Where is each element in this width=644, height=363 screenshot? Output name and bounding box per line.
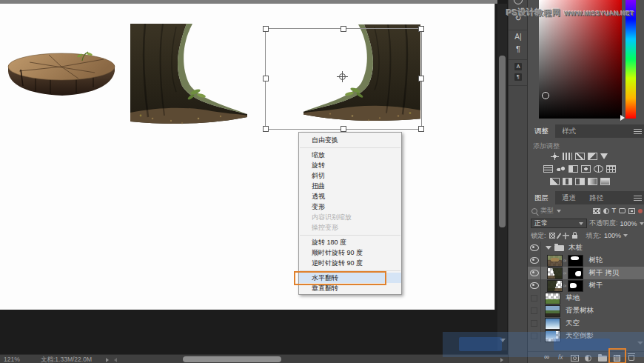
filter-toggle-icon[interactable] (638, 209, 643, 213)
layer-mask-thumbnail[interactable] (568, 255, 583, 267)
layer-thumbnail[interactable] (547, 280, 563, 292)
transform-reference-point[interactable] (339, 73, 346, 80)
layer-row[interactable]: 草地 (528, 292, 644, 304)
visibility-toggle[interactable] (528, 279, 541, 292)
filter-adjustment-layers-icon[interactable] (603, 208, 609, 214)
photo-filter-icon[interactable] (581, 165, 591, 173)
filter-smart-object-icon[interactable] (628, 208, 635, 214)
character-styles-panel-icon[interactable]: A (514, 63, 522, 70)
transform-handle-mid-left[interactable] (263, 76, 269, 81)
hue-saturation-icon[interactable] (543, 165, 553, 173)
tab-styles[interactable]: 样式 (555, 124, 583, 138)
paragraph-panel-icon[interactable]: ¶ (509, 44, 528, 53)
status-arrow-icon[interactable] (106, 358, 109, 362)
transform-handle-top-left[interactable] (263, 26, 269, 32)
channel-mixer-icon[interactable] (594, 165, 603, 173)
lock-all-icon[interactable] (572, 235, 577, 239)
transform-handle-top-right[interactable] (418, 26, 424, 32)
layer-mask-thumbnail[interactable] (568, 267, 583, 279)
layer-row-group[interactable]: 木桩 (528, 242, 644, 254)
fill-input[interactable]: 100% (604, 231, 628, 241)
layer-row[interactable]: 背景树林 (528, 304, 644, 317)
character-panel-icon[interactable]: A| (509, 33, 528, 41)
color-balance-icon[interactable] (556, 165, 566, 173)
paragraph-styles-panel-icon[interactable]: ¶ (514, 73, 522, 81)
exposure-icon[interactable] (588, 153, 597, 160)
mask-link-icon[interactable]: 8 (563, 284, 567, 287)
layer-row[interactable]: 天空 (528, 317, 644, 330)
visibility-toggle[interactable] (528, 267, 541, 279)
mask-link-icon[interactable]: 8 (563, 272, 567, 274)
color-field-cursor[interactable] (542, 92, 549, 99)
filter-pixel-layers-icon[interactable] (593, 208, 600, 214)
layer-thumbnail[interactable] (545, 318, 560, 330)
tab-paths[interactable]: 路径 (583, 191, 610, 204)
layer-name[interactable]: 树轮 (588, 256, 603, 265)
visibility-toggle[interactable] (528, 304, 541, 317)
menu-item-rotate-180[interactable]: 旋转 180 度 (299, 237, 401, 247)
transform-handle-bottom-center[interactable] (341, 126, 346, 132)
layer-thumbnail[interactable] (545, 293, 560, 304)
layer-row-selected[interactable]: 8 树干 拷贝 (528, 267, 644, 279)
layer-mask-thumbnail[interactable] (568, 280, 583, 292)
status-arrow-icon[interactable] (114, 358, 117, 362)
curves-icon[interactable] (575, 153, 585, 160)
mask-link-icon[interactable]: 8 (563, 259, 567, 262)
visibility-toggle[interactable] (528, 254, 541, 267)
zoom-level[interactable]: 121% (4, 355, 20, 363)
gradient-map-icon[interactable] (588, 178, 597, 185)
tree-stump-image[interactable] (6, 49, 117, 98)
layer-thumbnail[interactable] (547, 255, 563, 267)
chevron-down-icon[interactable] (623, 234, 628, 237)
vibrance-icon[interactable] (600, 153, 608, 159)
document-canvas[interactable] (0, 4, 495, 310)
layer-row[interactable]: 8 树干 (528, 279, 644, 292)
layer-row[interactable]: 8 树轮 (528, 254, 644, 267)
vertical-scrollbar-thumb[interactable] (499, 56, 506, 227)
levels-icon[interactable] (563, 153, 572, 160)
layer-name[interactable]: 树干 拷贝 (588, 268, 619, 278)
transform-handle-mid-right[interactable] (418, 76, 424, 81)
menu-item-free-transform[interactable]: 自由变换 (299, 135, 401, 145)
menu-item-perspective[interactable]: 透视 (299, 191, 401, 202)
layer-thumbnail[interactable] (547, 267, 563, 279)
menu-item-rotate-90-cw[interactable]: 顺时针旋转 90 度 (299, 247, 401, 258)
clock-icon[interactable] (514, 0, 523, 4)
transform-handle-bottom-right[interactable] (418, 126, 424, 132)
threshold-icon[interactable] (575, 178, 585, 185)
menu-item-rotate[interactable]: 旋转 (299, 160, 401, 170)
layer-name[interactable]: 草地 (566, 293, 580, 303)
black-white-icon[interactable] (568, 165, 578, 173)
scroll-right-arrow-icon[interactable] (500, 358, 503, 362)
invert-icon[interactable] (550, 178, 560, 185)
layer-name[interactable]: 树干 (588, 281, 603, 290)
filter-kind-label[interactable]: 类型 (540, 206, 554, 216)
menu-item-distort[interactable]: 扭曲 (299, 181, 401, 191)
tab-layers[interactable]: 图层 (528, 191, 555, 204)
layer-name[interactable]: 背景树林 (566, 306, 594, 316)
transform-bounding-box[interactable] (265, 28, 422, 130)
visibility-toggle[interactable] (528, 317, 541, 330)
brightness-contrast-icon[interactable] (550, 153, 560, 160)
transform-handle-bottom-left[interactable] (263, 126, 269, 132)
layer-name[interactable]: 天空 (566, 319, 580, 328)
panel-menu-icon[interactable] (634, 129, 642, 134)
color-lookup-icon[interactable] (606, 165, 616, 173)
tab-adjustments[interactable]: 调整 (528, 124, 555, 138)
vertical-scrollbar[interactable] (497, 4, 507, 350)
opacity-input[interactable]: 100% (620, 219, 644, 228)
horizontal-scrollbar-thumb[interactable] (183, 356, 281, 362)
visibility-toggle[interactable] (528, 242, 541, 254)
tree-trunk-image[interactable] (130, 24, 249, 127)
chevron-down-icon[interactable] (557, 210, 561, 213)
lock-position-icon[interactable] (563, 233, 569, 239)
tab-channels[interactable]: 通道 (555, 191, 583, 204)
blend-mode-select[interactable]: 正常 (531, 219, 587, 228)
layer-thumbnail[interactable] (545, 305, 560, 317)
group-expand-icon[interactable] (546, 246, 551, 250)
filter-type-layers-icon[interactable]: T (612, 207, 617, 214)
selective-color-icon[interactable] (600, 178, 610, 185)
filter-shape-layers-icon[interactable] (619, 208, 625, 213)
layer-name[interactable]: 木桩 (568, 243, 583, 253)
menu-item-scale[interactable]: 缩放 (299, 150, 401, 160)
